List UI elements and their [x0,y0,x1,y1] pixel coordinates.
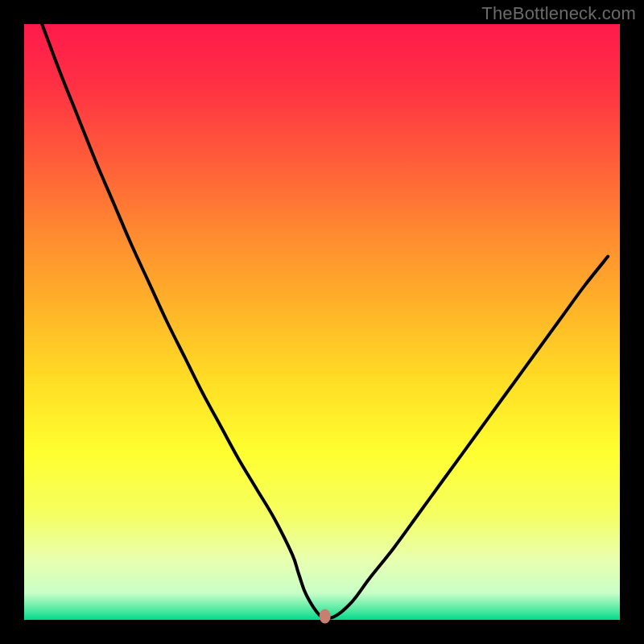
optimum-marker [320,609,331,624]
plot-background [24,24,620,620]
bottleneck-chart [0,0,644,644]
chart-frame: TheBottleneck.com [0,0,644,644]
watermark-label: TheBottleneck.com [481,3,636,24]
